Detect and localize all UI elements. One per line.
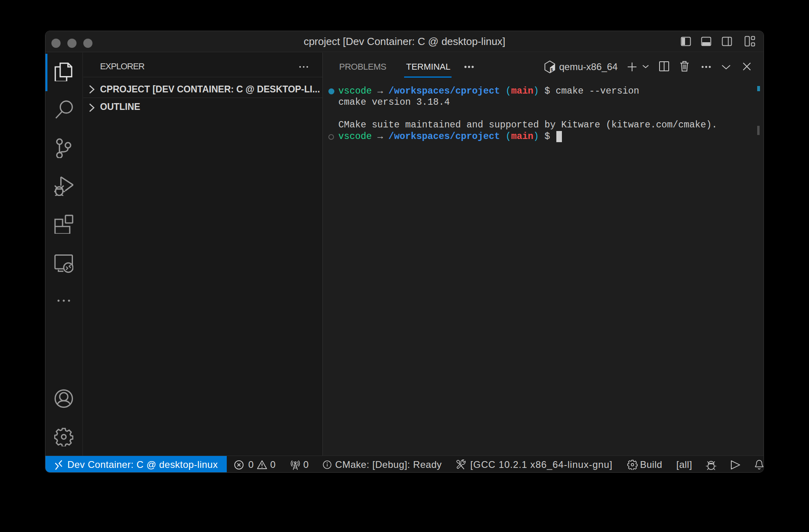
svg-text:$: $ [551, 67, 553, 72]
